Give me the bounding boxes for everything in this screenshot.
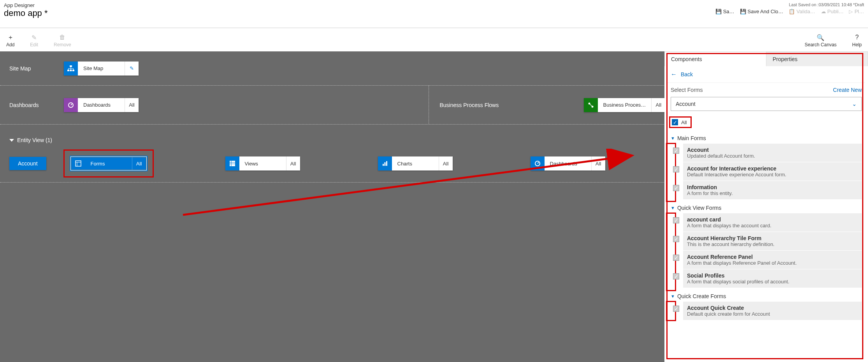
form-item-title: Account for Interactive experience <box>687 165 786 172</box>
properties-panel: Components Properties ← Back Select Form… <box>664 51 868 362</box>
last-saved-label: Last Saved on :03/09/2021 10:48 *Draft <box>715 2 864 7</box>
bpf-label: Business Process Flows <box>440 102 584 108</box>
quick-view-header[interactable]: ▼ Quick View Forms <box>664 199 868 213</box>
clipboard-icon: 📋 <box>789 9 795 14</box>
entity-dashboards-tile[interactable]: Dashboards All <box>531 156 605 170</box>
form-list-item[interactable]: ✓Account Reference PanelA form that disp… <box>683 251 862 269</box>
save-button[interactable]: 💾 Sa… <box>715 9 734 14</box>
form-item-desc: Default Interactive experience Account f… <box>687 172 786 177</box>
form-item-checkbox[interactable]: ✓ <box>673 217 679 223</box>
all-checkbox[interactable]: ✓ <box>672 119 678 125</box>
form-item-title: Account Quick Create <box>687 305 770 311</box>
back-button[interactable]: ← Back <box>664 66 868 83</box>
add-button[interactable]: ＋ Add <box>6 33 14 47</box>
form-item-title: Account Hierarchy Tile Form <box>687 235 775 241</box>
bpf-tile[interactable]: Business Proces… All <box>584 98 666 112</box>
quick-create-header[interactable]: ▼ Quick Create Forms <box>664 288 868 302</box>
svg-rect-0 <box>70 65 72 67</box>
form-item-checkbox[interactable]: ✓ <box>673 166 679 172</box>
dashboards-label: Dashboards <box>9 102 64 108</box>
header-bar: App Designer demo app * Last Saved on :0… <box>0 0 868 28</box>
form-list-item[interactable]: ✓InformationA form for this entity. <box>683 181 862 199</box>
form-item-desc: A form that displays the account card. <box>687 223 771 228</box>
svg-rect-16 <box>386 161 387 166</box>
form-list-item[interactable]: ✓account cardA form that displays the ac… <box>683 213 862 232</box>
sitemap-label: Site Map <box>9 65 64 72</box>
form-item-title: Information <box>687 184 733 190</box>
validate-button[interactable]: 📋 Valida… <box>789 9 815 14</box>
edit-button[interactable]: ✎ Edit <box>30 33 38 47</box>
svg-rect-1 <box>67 70 69 71</box>
tab-properties[interactable]: Properties <box>766 51 868 66</box>
entity-account-button[interactable]: Account <box>9 157 46 170</box>
caret-down-icon: ▼ <box>671 206 675 210</box>
save-and-close-button[interactable]: 💾 Save And Clo… <box>740 9 784 14</box>
forms-tile[interactable]: Forms All <box>70 156 148 171</box>
arrow-left-icon: ← <box>671 71 677 78</box>
form-list-item[interactable]: ✓Account for Interactive experienceDefau… <box>683 162 862 181</box>
svg-rect-10 <box>230 161 235 166</box>
help-button[interactable]: ? Help <box>852 33 862 47</box>
svg-rect-14 <box>383 164 384 166</box>
plus-icon: ＋ <box>7 33 14 41</box>
sitemap-icon <box>64 62 78 76</box>
product-title: App Designer <box>4 2 48 8</box>
publish-button[interactable]: ☁ Publi… <box>821 9 844 14</box>
toolbar: ＋ Add ✎ Edit 🗑 Remove 🔍 Search Canvas ? … <box>0 28 868 51</box>
caret-down-icon: ▼ <box>671 136 675 141</box>
form-item-desc: A form that displays Reference Panel of … <box>687 260 797 266</box>
sitemap-edit-icon[interactable]: ✎ <box>125 62 139 76</box>
chevron-down-icon: ⌄ <box>852 101 857 107</box>
form-item-desc: A form that displays social profiles of … <box>687 279 789 285</box>
tab-components[interactable]: Components <box>664 51 766 66</box>
svg-point-5 <box>588 102 590 104</box>
play-button[interactable]: ▷ Pl… <box>849 9 864 14</box>
search-canvas-button[interactable]: 🔍 Search Canvas <box>805 33 836 47</box>
sitemap-tile[interactable]: Site Map ✎ <box>64 62 139 76</box>
views-all-badge[interactable]: All <box>286 156 300 170</box>
svg-rect-2 <box>70 70 72 71</box>
save-close-icon: 💾 <box>740 9 746 14</box>
form-item-checkbox[interactable]: ✓ <box>673 273 679 279</box>
all-label: All <box>681 119 687 125</box>
form-item-desc: This is the account hierarchy definition… <box>687 241 775 247</box>
charts-tile[interactable]: Charts All <box>378 156 453 170</box>
charts-all-badge[interactable]: All <box>439 156 453 170</box>
entity-dropdown[interactable]: Account ⌄ <box>671 97 862 111</box>
create-new-link[interactable]: Create New <box>833 87 862 93</box>
bpf-all-badge[interactable]: All <box>651 98 665 112</box>
dashboards-tile[interactable]: Dashboards All <box>64 98 139 112</box>
remove-button[interactable]: 🗑 Remove <box>54 33 71 47</box>
main-forms-header[interactable]: ▼ Main Forms <box>664 130 868 144</box>
form-item-checkbox[interactable]: ✓ <box>673 236 679 242</box>
cloud-icon: ☁ <box>821 9 826 14</box>
form-item-checkbox[interactable]: ✓ <box>673 185 679 191</box>
entity-dashboards-all-badge[interactable]: All <box>591 156 605 170</box>
form-item-desc: A form for this entity. <box>687 190 733 196</box>
form-item-title: Account Reference Panel <box>687 254 797 260</box>
form-list-item[interactable]: ✓Social ProfilesA form that displays soc… <box>683 269 862 288</box>
play-icon: ▷ <box>849 9 853 14</box>
svg-point-6 <box>591 105 593 107</box>
form-item-checkbox[interactable]: ✓ <box>673 148 679 154</box>
form-item-title: account card <box>687 216 771 223</box>
form-list-item[interactable]: ✓Account Hierarchy Tile FormThis is the … <box>683 232 862 250</box>
form-item-title: Social Profiles <box>687 272 789 279</box>
form-item-checkbox[interactable]: ✓ <box>673 306 679 312</box>
caret-down-icon: ▼ <box>671 294 675 299</box>
svg-rect-7 <box>76 161 81 166</box>
form-icon <box>71 157 85 170</box>
views-tile[interactable]: Views All <box>225 156 300 170</box>
forms-all-badge[interactable]: All <box>132 157 146 170</box>
help-icon: ? <box>855 33 859 41</box>
gauge-icon <box>64 98 78 112</box>
dashboards-all-badge[interactable]: All <box>125 98 139 112</box>
form-list-item[interactable]: ✓Account Quick CreateDefault quick creat… <box>683 302 862 320</box>
select-forms-label: Select Forms <box>671 87 703 93</box>
grid-icon <box>225 156 239 170</box>
form-item-checkbox[interactable]: ✓ <box>673 255 679 261</box>
form-list-item[interactable]: ✓AccountUpdated default Account form. <box>683 144 862 162</box>
gauge-icon <box>531 156 545 170</box>
pencil-icon: ✎ <box>32 33 37 41</box>
svg-rect-15 <box>384 162 385 166</box>
